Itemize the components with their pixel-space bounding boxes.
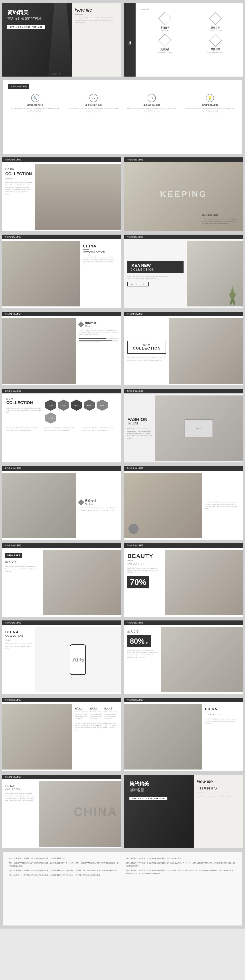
search-icon: 🔍 — [31, 94, 40, 102]
progress-fill-1 — [79, 338, 106, 339]
slide-10-inner: NEW COLLECTION I think In the darkest mo… — [6, 398, 116, 424]
thanks-tag: SPRING SUMMER ARRIVED — [129, 797, 167, 800]
collection-text: COLLECTION — [5, 172, 32, 176]
menu-sublabel-2: Successful Case — [192, 30, 239, 32]
china-right-panel: CHINA NEW COLLECTION I think In the dark… — [80, 241, 121, 307]
hex-4: LOGO — [84, 399, 95, 411]
slide-15-header: 单击此处输入标题 — [124, 543, 243, 548]
china-body-2: I think In the darkest moments, we need … — [83, 256, 118, 265]
stat-1: You can share Real You love food You can… — [6, 427, 40, 431]
input-text-3: 输入文字 — [104, 707, 118, 710]
ikea-new-text: IKEA NEW — [130, 263, 180, 268]
slide-8: 单击此处输入标题 预期目标 About Us I think In the da… — [2, 312, 121, 385]
collection-small-20: COLLECTION — [5, 788, 36, 791]
separator — [83, 250, 89, 250]
final-p-5: 您好，这里是PPT文字区域，您可以将内容粘贴到这里，也可以直接输入文字。 — [126, 857, 236, 860]
input-col-2: 输入文字 I think In the darkest moments, we … — [90, 707, 103, 719]
percent-80-box: 80% off — [127, 635, 151, 647]
sofa-image-1 — [43, 550, 121, 615]
china-col-left: China COLLECTION ★★★★ I think In the dar… — [2, 164, 35, 230]
collection-text-16: COLLECTION — [5, 634, 32, 637]
slide-10-header: 单击此处输入标题 — [2, 389, 121, 393]
keeping-sublabel: 单击此处输入标题 — [202, 214, 239, 217]
coffee-right: I think In the darkest moments, we need … — [202, 473, 243, 538]
china-text: China — [5, 167, 32, 171]
icon-box-2: ⚙ 单击此处输入标题 You can share Real You love f… — [66, 92, 121, 114]
menu-sublabel-1: About Us — [142, 30, 188, 32]
new-col-left: NEW COLLECTION I think In the darkest mo… — [124, 318, 169, 383]
china-big-text-20: CHINA — [74, 805, 118, 819]
slide-17: 单击此处输入标题 输入文字 80% off I think In the dar… — [124, 620, 243, 694]
beauty-collection: COLLECTION — [127, 563, 162, 565]
sale-body: I think In the darkest moments, we need … — [5, 566, 40, 573]
progress-bg-3 — [79, 342, 118, 342]
slide-15-content: BEAUTY NEW COLLECTION I think In the dar… — [124, 550, 243, 615]
slide-row-10: 单击此处输入标题 输入文字 I think In the darkest mom… — [2, 697, 243, 772]
input-body-2: I think In the darkest moments, we need … — [90, 711, 103, 719]
menu-item-2: 营销目标 Successful Case — [192, 14, 239, 32]
thanks-title: 简约精美 — [129, 781, 189, 787]
new-sale-tag: NEW SALE — [5, 553, 22, 558]
slide-4-header: 单击此处输入标题 — [2, 158, 121, 162]
thanks-newlife: New life — [197, 779, 240, 784]
keeping-body: I think In the darkest moments, we need … — [202, 218, 239, 225]
slide-17-header: 单击此处输入标题 — [124, 620, 243, 625]
lorem-text: Lorem ipsum dolor sit amet, consectetur … — [75, 17, 118, 24]
slide-10: 单击此处输入标题 NEW COLLECTION I think In the d… — [2, 389, 121, 463]
menu-sublabel-4: Contact Information — [192, 51, 239, 54]
slide-5: 单击此处输入标题 KEEPING 单击此处输入标题 I think In the… — [124, 158, 243, 231]
side-menu-bar: 目录 — [124, 3, 135, 76]
about-labels: 预期目标 About Us — [85, 321, 96, 327]
icon-label-1: 单击此处输入标题 — [10, 104, 60, 107]
about-us-label: About Us — [85, 325, 96, 327]
icon-text-1: You can share Real You love food You can… — [10, 108, 60, 112]
tag-badge: SPRING SUMMER ARRIVED — [7, 25, 45, 29]
slide-10-content: NEW COLLECTION I think In the darkest mo… — [2, 396, 121, 433]
input-80-left: 输入文字 80% off I think In the darkest mome… — [124, 627, 161, 692]
stat-3: You can share Real You love food You can… — [83, 427, 116, 431]
room-image-6 — [124, 704, 202, 770]
input-80-body: I think In the darkest moments, we need … — [127, 649, 158, 659]
slide-row-8: 单击此处输入标题 NEW SALE 输入文字 I think In the da… — [2, 542, 243, 618]
china-col-19: CHINA COLLECTION I think In the darkest … — [202, 704, 243, 770]
input-col-1: 输入文字 I think In the darkest moments, we … — [75, 707, 88, 719]
menu-content: ——目录 市场分析 About Us 营销目标 Successful Case — [138, 3, 243, 59]
beauty-text: BEAUTY — [127, 553, 162, 559]
coffee-body: I think In the darkest moments, we need … — [205, 501, 240, 510]
diamond-icon-1 — [158, 12, 172, 25]
menu-side-label: 目录 — [128, 39, 132, 41]
room-image-5 — [2, 704, 72, 770]
author-text: 汇报人：XX — [52, 73, 61, 75]
new-col-text-area: NEW COLLECTION I think In the darkest mo… — [6, 398, 42, 414]
about-section-title: 预期目标 — [85, 321, 96, 325]
new-life-text: New life — [75, 7, 118, 13]
phone-area: 70% — [35, 627, 121, 692]
shop-now-btn[interactable]: SHOP NOW — [127, 282, 183, 286]
new-col-text: NEW COLLECTION — [83, 251, 118, 254]
new-label: NEW — [132, 344, 162, 346]
china-col-16: CHINA COLLECTION ★★★ I think In the dark… — [2, 627, 35, 692]
ikea-right-image — [187, 241, 243, 307]
collection-text-10: COLLECTION — [6, 400, 42, 405]
slide-13: 单击此处输入标题 I think In the darkest moments,… — [124, 466, 243, 539]
fashion-body: I think In the darkest moments, we need … — [127, 428, 152, 439]
divider-line — [75, 14, 83, 15]
slide-3: 单击此处输入标题 🔍 单击此处输入标题 You can share Real Y… — [3, 80, 242, 154]
slide-4: 单击此处输入标题 China COLLECTION ★★★★ I think I… — [2, 158, 121, 231]
final-p-2: 您好，这里是PPT文字区域，您可以将内容粘贴到这里，也可以直接输入文字。Roya… — [9, 862, 119, 867]
slide-9-header: 单击此处输入标题 — [124, 312, 243, 316]
shop-now-label[interactable]: SHOP NOW — [127, 282, 149, 286]
input-label-14: 输入文字 — [5, 560, 40, 564]
icon-text-3: You can share Real You love food You can… — [127, 108, 177, 112]
gear-icon: ⚙ — [89, 94, 98, 102]
slide-12-content: 进度安排 About Us I think In the darkest mom… — [2, 473, 121, 538]
three-inputs-body: I think In the darkest moments, we need … — [75, 722, 118, 731]
menu-label-1: 市场分析 — [142, 26, 188, 29]
hex-grid: LOGO LOGO LOGO LOGO LOGO LOGO — [45, 399, 116, 424]
slide-1-right: New life Lorem ipsum dolor sit amet, con… — [72, 3, 121, 76]
slide-17-content: 输入文字 80% off I think In the darkest mome… — [124, 627, 243, 692]
thanks-left: 简约精美 感谢观看 SPRING SUMMER ARRIVED — [124, 775, 194, 848]
slide-2: 目录 ——目录 市场分析 About Us 营销目标 Successful Ca… — [124, 3, 243, 76]
slide-11-header: 单击此处输入标题 — [124, 389, 243, 393]
stars-1: ★★★★ — [5, 178, 32, 180]
